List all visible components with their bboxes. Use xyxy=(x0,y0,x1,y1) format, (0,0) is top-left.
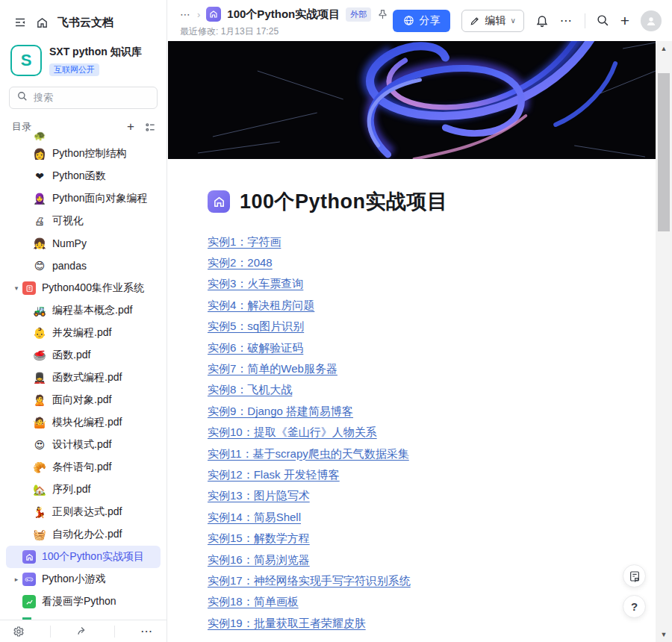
project-link[interactable]: 实例5：sq图片识别 xyxy=(208,317,304,337)
sidebar-item[interactable]: 🏡序列.pdf xyxy=(0,479,167,501)
woman-headscarf-icon: 🧕 xyxy=(33,192,46,205)
more-options-icon[interactable]: ⋯ xyxy=(140,624,154,638)
create-new-icon[interactable]: + xyxy=(620,13,629,28)
project-link[interactable]: 实例7：简单的Web服务器 xyxy=(208,358,337,379)
red-space-icon xyxy=(22,281,36,295)
pin-icon[interactable] xyxy=(377,9,388,20)
sidebar-item[interactable]: 💂函数式编程.pdf xyxy=(0,367,167,389)
project-link[interactable]: 实例19：批量获取王者荣耀皮肤 xyxy=(208,613,366,634)
sidebar-item[interactable]: 🧺自动化办公.pdf xyxy=(0,523,167,546)
space-info[interactable]: S SXT python 知识库 互联网公开 xyxy=(0,33,167,76)
sidebar-item[interactable]: 😍设计模式.pdf xyxy=(0,434,167,456)
scroll-down-arrow[interactable]: ▼ xyxy=(656,629,672,641)
avatar[interactable] xyxy=(641,10,662,31)
help-button[interactable]: ? xyxy=(623,595,646,618)
home-nav-icon[interactable] xyxy=(36,16,49,29)
woman-icon: 👩 xyxy=(33,147,46,160)
sidebar-item[interactable]: ▾Python400集作业系统 xyxy=(0,277,167,299)
sidebar-item[interactable]: 看漫画学Python xyxy=(0,590,167,613)
sidebar-item[interactable]: 😊pandas xyxy=(0,255,167,277)
edit-button[interactable]: 编辑 ∨ xyxy=(461,10,523,32)
project-link[interactable]: 实例2：2048 xyxy=(208,252,273,273)
sidebar-item-label: 自动化办公.pdf xyxy=(52,528,122,541)
project-link[interactable]: 实例4：解决租房问题 xyxy=(208,295,314,316)
feedback-note-button[interactable] xyxy=(623,564,646,588)
project-link[interactable]: 实例8：飞机大战 xyxy=(208,380,292,401)
basket-icon: 🧺 xyxy=(33,528,46,541)
breadcrumb-more-icon[interactable]: ⋯ xyxy=(180,8,191,20)
sidebar-item[interactable]: 👶并发编程.pdf xyxy=(0,322,167,344)
global-search-icon[interactable] xyxy=(597,14,609,27)
project-link[interactable]: 实例11：基于scrapy爬虫的天气数据采集 xyxy=(208,443,409,464)
sidebar-item-label: Python小游戏 xyxy=(42,573,106,586)
guard-icon: 💂 xyxy=(33,371,46,384)
sidebar-tree: 🐢👩Python控制结构❤Python函数🧕Python面向对象编程🖨可视化👧N… xyxy=(0,131,167,620)
sidebar-item-label: 序列.pdf xyxy=(52,483,90,496)
project-link[interactable]: 实例10：提取《釜山行》人物关系 xyxy=(208,423,377,443)
project-link[interactable]: 实例16：简易浏览器 xyxy=(208,549,310,570)
project-link[interactable]: 实例15：解数学方程 xyxy=(208,528,310,549)
expander-down-icon[interactable]: ▾ xyxy=(10,284,22,292)
project-link[interactable]: 实例9：Django 搭建简易博客 xyxy=(208,401,353,422)
sidebar-item-label: Python400集作业系统 xyxy=(42,281,144,295)
space-visibility-badge: 互联网公开 xyxy=(49,63,99,76)
divider xyxy=(585,13,585,28)
shrug-icon: 🤷 xyxy=(33,416,46,429)
space-logo: S xyxy=(10,45,42,76)
sidebar-item[interactable]: 🖨可视化 xyxy=(0,210,167,232)
project-link[interactable]: 实例12：Flask 开发轻博客 xyxy=(208,464,340,485)
more-actions-icon[interactable]: ⋯ xyxy=(560,13,573,28)
sidebar-item-label: 100个Python实战项目 xyxy=(42,550,144,564)
chart-icon xyxy=(22,595,36,608)
sidebar-item[interactable]: 🧕Python面向对象编程 xyxy=(0,187,167,210)
scrollbar[interactable]: ▲ ▼ xyxy=(656,41,672,642)
project-link[interactable]: 实例13：图片隐写术 xyxy=(208,486,310,507)
sidebar-item[interactable]: 🥐条件语句.pdf xyxy=(0,456,167,479)
search-placeholder: 搜索 xyxy=(34,91,53,105)
sidebar-item-label: NumPy xyxy=(52,237,87,249)
project-link[interactable]: 实例17：神经网络实现手写字符识别系统 xyxy=(208,570,411,591)
project-link[interactable]: 实例3：火车票查询 xyxy=(208,274,303,295)
search-input[interactable]: 搜索 xyxy=(9,87,158,109)
space-name: SXT python 知识库 xyxy=(49,46,142,59)
sidebar-item[interactable]: 🤷模块化编程.pdf xyxy=(0,411,167,434)
sidebar-item-label: 设计模式.pdf xyxy=(52,438,111,452)
sidebar-item-label: Python函数 xyxy=(52,169,106,183)
doc-breadcrumb-title[interactable]: 100个Python实战项目 xyxy=(227,7,340,22)
globe-icon xyxy=(403,15,414,26)
sidebar-item[interactable]: 🚜编程基本概念.pdf xyxy=(0,299,167,322)
share-forward-icon[interactable] xyxy=(76,625,89,638)
doc-title-row: 100个Python实战项目 xyxy=(208,188,626,215)
sidebar-item[interactable]: 👧NumPy xyxy=(0,232,167,255)
sidebar-item-label: 正则表达式.pdf xyxy=(52,505,122,519)
sidebar-item[interactable]: 👩Python控制结构 xyxy=(0,143,167,165)
heart-eyes-icon: 😍 xyxy=(33,438,46,452)
app-title: 飞书云文档 xyxy=(57,16,113,30)
project-link[interactable]: 实例18：简单画板 xyxy=(208,592,299,613)
sidebar-item[interactable]: ▸Python小游戏 xyxy=(0,568,167,590)
sidebar-item-label: 函数式编程.pdf xyxy=(52,371,122,384)
sidebar-item-label: 可视化 xyxy=(52,214,84,228)
project-link[interactable]: 实例6：破解验证码 xyxy=(208,337,303,358)
scrollbar-thumb[interactable] xyxy=(658,73,670,231)
sidebar-footer: ⋯ xyxy=(0,620,167,642)
sidebar-item-label: 模块化编程.pdf xyxy=(52,416,122,429)
person-icon: 🙎 xyxy=(33,393,46,407)
notifications-bell-icon[interactable] xyxy=(535,14,549,28)
breadcrumb: ⋯ › 100个Python实战项目 外部 xyxy=(180,7,388,22)
sidebar-item[interactable]: 🥌函数.pdf xyxy=(0,344,167,367)
expander-right-icon[interactable]: ▸ xyxy=(10,576,22,583)
scroll-up-arrow[interactable]: ▲ xyxy=(656,43,672,54)
project-link[interactable]: 实例14：简易Shell xyxy=(208,507,301,528)
settings-gear-icon[interactable] xyxy=(13,626,25,638)
cover-image xyxy=(168,41,656,159)
chevron-right-icon: › xyxy=(197,9,200,20)
share-button[interactable]: 分享 xyxy=(393,10,450,32)
project-link[interactable]: 实例1：字符画 xyxy=(208,231,281,252)
sidebar-item[interactable]: ❤Python函数 xyxy=(0,165,167,187)
sidebar-item[interactable]: 💃正则表达式.pdf xyxy=(0,501,167,523)
sidebar-item[interactable]: 100个Python实战项目 xyxy=(6,546,161,568)
sidebar-item[interactable]: 🐢 xyxy=(0,131,167,143)
sidebar-item[interactable]: 🙎面向对象.pdf xyxy=(0,389,167,411)
collapse-sidebar-icon[interactable] xyxy=(13,16,27,29)
